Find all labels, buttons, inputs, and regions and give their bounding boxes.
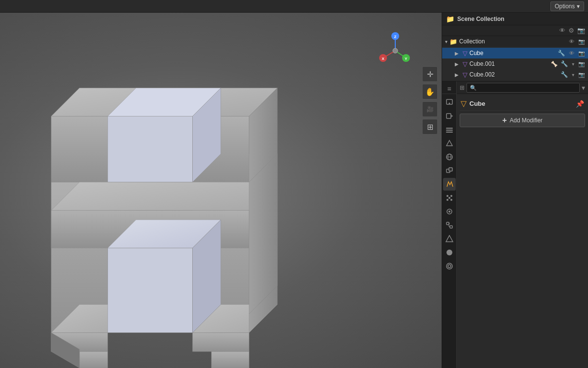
cube001-dropdown[interactable]: ▾: [572, 61, 574, 67]
tab-world[interactable]: [443, 151, 456, 163]
svg-point-35: [393, 48, 398, 53]
cursor-tool-button[interactable]: ✛: [422, 66, 438, 82]
tab-render[interactable]: [443, 96, 456, 109]
grid-view-button[interactable]: ⊞: [422, 119, 438, 135]
viewport-gizmo[interactable]: Z Y X: [376, 31, 415, 70]
cube001-camera-icon[interactable]: 📷: [578, 61, 585, 67]
viewport[interactable]: Z Y X ✛ ✋ 🎥: [0, 13, 442, 368]
outliner-item-cube001[interactable]: ▶ ▽ Cube.001 🦴 🔧 ▾ 📷: [442, 58, 588, 69]
move-icon: ✋: [425, 87, 435, 97]
cube-eye-icon[interactable]: 👁: [569, 50, 574, 56]
outliner-header: 📁 Scene Collection: [442, 13, 588, 25]
svg-point-51: [450, 199, 452, 201]
svg-marker-21: [80, 351, 108, 368]
prop-view-icon[interactable]: ⊞: [460, 84, 465, 91]
tab-scene[interactable]: [443, 137, 456, 150]
svg-rect-47: [449, 168, 452, 171]
tab-object[interactable]: [443, 164, 456, 177]
svg-marker-60: [446, 235, 453, 242]
collection-render-icon[interactable]: 📷: [578, 39, 585, 45]
cube001-rig-icon: 🦴: [551, 61, 558, 67]
properties-content: ⊞ ▾ ▽ Cube 📌 + Add Modifier: [457, 81, 588, 368]
svg-point-52: [448, 197, 450, 199]
collection-icon: 📁: [449, 38, 457, 45]
prop-pin-icon[interactable]: 📌: [576, 100, 584, 108]
cube002-label: Cube.002: [469, 71, 557, 78]
collection-eye-icon[interactable]: 👁: [569, 39, 574, 44]
svg-rect-56: [450, 226, 452, 228]
svg-point-61: [446, 250, 452, 255]
cube002-modifier-icon: 🔧: [561, 71, 568, 78]
cube001-label: Cube.001: [469, 60, 547, 67]
tab-particles[interactable]: [443, 192, 456, 204]
options-label: Options: [555, 3, 575, 10]
tab-material[interactable]: [443, 246, 456, 259]
scene-collection-title: Scene Collection: [457, 16, 505, 22]
tab-data[interactable]: [443, 232, 456, 245]
cube-label: Cube: [469, 50, 556, 57]
svg-marker-42: [446, 140, 452, 146]
svg-marker-11: [108, 116, 193, 182]
properties-body: ▽ Cube 📌 + Add Modifier: [457, 94, 588, 368]
prop-object-icon: ▽: [461, 99, 466, 108]
properties-sidebar: ≡: [442, 81, 457, 368]
cube001-mesh-icon: ▽: [463, 60, 467, 68]
svg-point-50: [446, 199, 448, 201]
outliner-tree: ▶ ▽ Cube 🔧 👁 📷 ▶ ▽ Cube.001 🦴 🔧 ▾ 📷: [442, 47, 588, 81]
expand-arrow-cube: ▶: [455, 51, 461, 56]
grid-icon: ⊞: [427, 122, 433, 132]
svg-point-62: [446, 263, 452, 269]
svg-rect-40: [446, 130, 453, 131]
tab-shader[interactable]: [443, 260, 456, 272]
svg-text:X: X: [382, 57, 385, 61]
tab-physics[interactable]: [443, 205, 456, 218]
svg-marker-24: [249, 154, 277, 314]
expand-arrow-cube001: ▶: [455, 61, 461, 67]
svg-point-48: [446, 195, 448, 197]
outliner-filter-restrict[interactable]: ⚙: [568, 27, 574, 34]
svg-point-63: [448, 265, 451, 268]
cursor-icon: ✛: [427, 70, 433, 79]
svg-rect-55: [446, 222, 449, 225]
add-modifier-label: Add Modifier: [509, 117, 542, 124]
scene-collection-icon: 📁: [446, 15, 454, 23]
svg-text:Z: Z: [394, 35, 397, 39]
tab-modifier[interactable]: [443, 178, 456, 191]
svg-point-54: [448, 211, 450, 213]
outliner-item-cube[interactable]: ▶ ▽ Cube 🔧 👁 📷: [442, 48, 588, 58]
outliner-item-cube002[interactable]: ▶ ▽ Cube.002 🔧 ▾ 📷: [442, 69, 588, 80]
options-button[interactable]: Options ▾: [550, 1, 584, 11]
svg-point-49: [450, 195, 452, 197]
outliner-filter-camera[interactable]: 📷: [577, 27, 585, 34]
tab-view-layer[interactable]: [443, 123, 456, 136]
cube-modifier-icon: 🔧: [558, 50, 565, 57]
cube002-mesh-icon: ▽: [463, 71, 467, 78]
top-bar: Options ▾: [0, 0, 588, 13]
orbit-icon: 🎥: [426, 106, 434, 113]
props-menu-icon[interactable]: ≡: [447, 85, 451, 93]
prop-dropdown-icon[interactable]: ▾: [582, 84, 585, 92]
expand-arrow-cube002: ▶: [455, 72, 461, 77]
svg-rect-38: [446, 114, 451, 118]
svg-text:Y: Y: [405, 57, 407, 61]
properties-search[interactable]: [466, 83, 580, 93]
outliner-filter-eye[interactable]: 👁: [559, 27, 566, 34]
collection-row[interactable]: ▾ 📁 Collection 👁 📷: [442, 36, 588, 47]
tab-constraints[interactable]: [443, 219, 456, 232]
move-tool-button[interactable]: ✋: [422, 84, 438, 99]
svg-marker-10: [51, 182, 277, 211]
prop-object-row: ▽ Cube 📌: [460, 97, 585, 111]
svg-marker-18: [108, 248, 193, 333]
properties-panel: ≡: [442, 81, 588, 368]
svg-marker-16: [193, 333, 249, 352]
cube002-camera-icon[interactable]: 📷: [578, 72, 585, 78]
collection-label: Collection: [459, 38, 567, 45]
tab-output[interactable]: [443, 110, 456, 122]
properties-header: ⊞ ▾: [457, 81, 588, 94]
camera-orbit-button[interactable]: 🎥: [422, 101, 438, 117]
add-modifier-button[interactable]: + Add Modifier: [460, 114, 585, 127]
add-icon: +: [502, 116, 507, 125]
cube-camera-icon[interactable]: 📷: [578, 50, 585, 57]
cube002-dropdown[interactable]: ▾: [572, 72, 574, 77]
options-dropdown-arrow: ▾: [577, 3, 580, 10]
